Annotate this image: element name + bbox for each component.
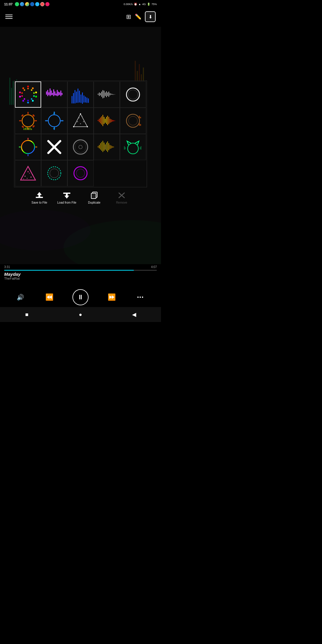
svg-rect-57: [85, 97, 86, 103]
svg-rect-60: [98, 94, 98, 95]
svg-point-138: [79, 145, 82, 149]
svg-rect-142: [101, 142, 102, 151]
svg-point-23: [27, 88, 29, 89]
viz-cell-10[interactable]: [15, 134, 41, 160]
svg-point-19: [22, 100, 24, 102]
viz-cell-7[interactable]: [67, 108, 94, 134]
viz-cell-17[interactable]: [67, 160, 94, 186]
svg-rect-116: [107, 116, 108, 125]
svg-rect-85: [32, 125, 35, 128]
svg-rect-115: [106, 117, 107, 124]
svg-rect-97: [53, 112, 55, 115]
viz-cell-13[interactable]: [94, 134, 120, 160]
svg-rect-96: [61, 120, 64, 121]
load-from-file-icon: [61, 191, 72, 200]
nav-stop-button[interactable]: ■: [21, 309, 33, 321]
volume-button[interactable]: 🔊: [15, 291, 27, 303]
viz-row-2: [15, 108, 146, 134]
svg-rect-90: [30, 127, 30, 130]
svg-rect-112: [103, 115, 103, 126]
svg-rect-109: [99, 119, 100, 122]
svg-rect-122: [114, 120, 115, 121]
viz-cell-3[interactable]: [94, 81, 120, 108]
nav-home-button[interactable]: ●: [75, 309, 86, 321]
duplicate-button[interactable]: Duplicate: [83, 191, 105, 204]
player-controls: 🔊 ⏪ ⏸ ⏩ •••: [0, 289, 161, 305]
viz-cell-4[interactable]: [120, 81, 146, 108]
svg-rect-48: [72, 96, 72, 103]
svg-rect-69: [109, 92, 109, 97]
svg-rect-45: [59, 92, 60, 95]
svg-rect-157: [141, 146, 141, 150]
save-to-file-icon: [34, 191, 45, 200]
more-options-button[interactable]: •••: [134, 291, 146, 303]
svg-rect-132: [19, 146, 21, 148]
svg-point-25: [33, 92, 35, 94]
viz-cell-1[interactable]: [41, 81, 67, 108]
track-info: Mayday TheFatRat: [4, 272, 21, 280]
progress-bar-background[interactable]: [4, 270, 157, 271]
viz-cell-9[interactable]: [120, 108, 146, 134]
svg-point-30: [21, 95, 23, 97]
download-button[interactable]: ⬇: [145, 11, 156, 22]
svg-rect-86: [24, 128, 24, 130]
svg-point-169: [76, 169, 85, 177]
network-type: 4G: [142, 3, 146, 6]
save-to-file-button[interactable]: Save to File: [29, 191, 50, 204]
remove-button[interactable]: Remove: [111, 191, 132, 204]
svg-rect-34: [46, 92, 47, 95]
svg-rect-55: [82, 92, 83, 104]
svg-point-107: [80, 123, 81, 124]
svg-point-101: [87, 126, 88, 127]
grid-view-button[interactable]: ⊞: [126, 13, 131, 20]
svg-point-10: [64, 220, 161, 264]
remove-label: Remove: [116, 201, 127, 204]
main-area: Save to File Load from File: [0, 27, 161, 264]
load-from-file-button[interactable]: Load from File: [56, 191, 78, 204]
action-bar: Save to File Load from File: [26, 187, 135, 205]
fast-forward-button[interactable]: ⏩: [106, 291, 117, 303]
svg-point-16: [35, 96, 37, 97]
svg-rect-156: [140, 147, 140, 149]
svg-rect-40: [53, 89, 54, 96]
svg-rect-1: [11, 88, 12, 105]
svg-rect-68: [107, 92, 108, 96]
svg-rect-110: [100, 117, 101, 123]
current-time: 3:31: [4, 265, 10, 269]
svg-point-103: [79, 117, 80, 118]
svg-rect-117: [109, 117, 109, 124]
edit-button[interactable]: ✏️: [135, 13, 141, 20]
svg-point-77: [22, 115, 34, 127]
svg-rect-89: [28, 128, 29, 130]
svg-point-31: [21, 92, 23, 94]
viz-cell-2[interactable]: [67, 81, 94, 108]
svg-rect-98: [53, 127, 55, 130]
duplicate-icon: [89, 191, 100, 200]
svg-rect-59: [88, 98, 89, 103]
svg-rect-65: [104, 91, 104, 98]
rewind-button[interactable]: ⏪: [44, 291, 55, 303]
svg-rect-71: [111, 94, 112, 95]
viz-cell-11[interactable]: [41, 134, 67, 160]
viz-cell-5[interactable]: [15, 108, 41, 134]
svg-rect-80: [19, 120, 21, 121]
svg-rect-61: [99, 92, 100, 96]
viz-cell-15[interactable]: [15, 160, 41, 186]
viz-row-4: [15, 160, 146, 186]
nav-back-button[interactable]: ◀: [128, 309, 140, 321]
viz-cell-12[interactable]: [67, 134, 94, 160]
svg-rect-113: [104, 117, 104, 124]
viz-cell-6[interactable]: [41, 108, 67, 134]
svg-point-29: [24, 98, 25, 100]
viz-cell-16[interactable]: [41, 160, 67, 186]
svg-rect-146: [106, 143, 107, 151]
viz-cell-0[interactable]: [15, 81, 41, 108]
svg-point-27: [31, 98, 32, 100]
viz-cell-8[interactable]: [94, 108, 120, 134]
pause-button[interactable]: ⏸: [72, 289, 89, 305]
svg-rect-63: [101, 92, 102, 97]
menu-button[interactable]: [5, 15, 13, 19]
svg-point-153: [128, 143, 138, 154]
viz-cell-14[interactable]: [120, 134, 146, 160]
svg-rect-130: [27, 138, 29, 140]
